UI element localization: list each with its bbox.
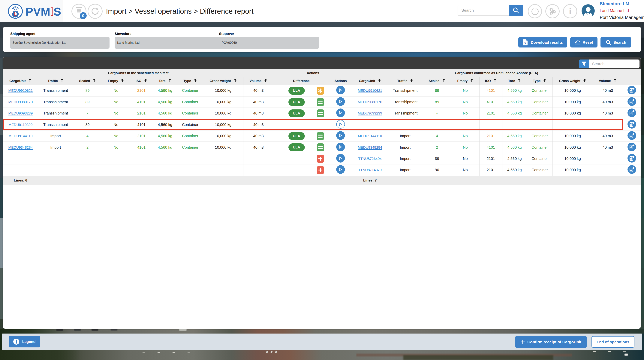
svg-text:x: x xyxy=(524,41,526,45)
